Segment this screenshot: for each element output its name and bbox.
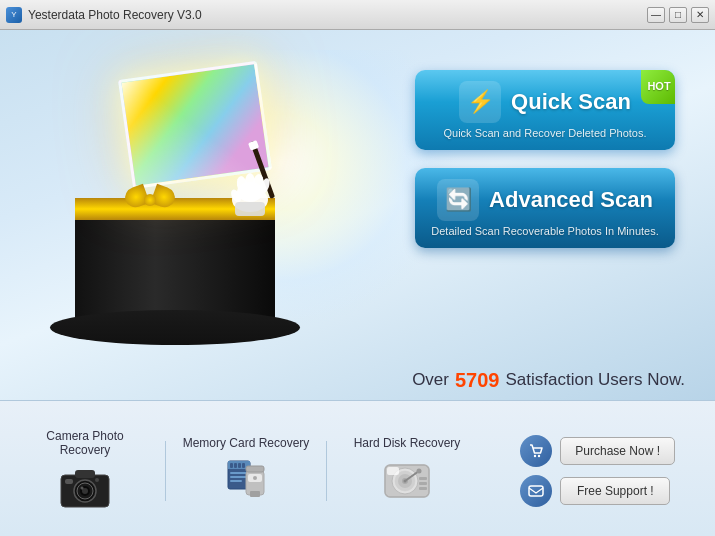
quick-scan-title: Quick Scan (511, 89, 631, 115)
stats-bar: Over 5709 Satisfaction Users Now. (0, 360, 715, 400)
svg-rect-43 (419, 482, 427, 485)
advanced-scan-title: Advanced Scan (489, 187, 653, 213)
svg-rect-27 (230, 480, 242, 482)
app-icon: Y (6, 7, 22, 23)
svg-rect-18 (65, 479, 73, 484)
title-bar-controls: — □ ✕ (647, 7, 709, 23)
svg-point-17 (95, 478, 99, 482)
bottom-bar: Camera Photo Recovery Memory Card Recove… (0, 400, 715, 536)
glove-right (230, 140, 290, 220)
advanced-scan-icon: 🔄 (437, 179, 479, 221)
hat-brim (50, 310, 300, 345)
svg-rect-42 (419, 477, 427, 480)
svg-rect-44 (419, 487, 427, 490)
maximize-button[interactable]: □ (669, 7, 687, 23)
minimize-button[interactable]: — (647, 7, 665, 23)
svg-rect-45 (387, 467, 399, 475)
svg-rect-21 (230, 463, 233, 468)
camera-icon (58, 463, 113, 513)
main-area: HOT ⚡ Quick Scan Quick Scan and Recover … (0, 30, 715, 400)
support-icon (520, 475, 552, 507)
hat-scene (45, 60, 325, 360)
svg-rect-23 (238, 463, 241, 468)
support-button[interactable]: Free Support ! (560, 477, 670, 505)
svg-point-16 (81, 487, 84, 490)
quick-scan-icon: ⚡ (459, 81, 501, 123)
feature-memory-label: Memory Card Recovery (183, 436, 310, 450)
feature-camera-label: Camera Photo Recovery (20, 429, 150, 457)
hdd-icon (380, 456, 435, 506)
svg-rect-9 (235, 202, 265, 216)
svg-rect-22 (234, 463, 237, 468)
feature-hdd-label: Hard Disk Recovery (354, 436, 461, 450)
bottom-features: Camera Photo Recovery Memory Card Recove… (0, 401, 715, 536)
purchase-row: Purchase Now ! (520, 435, 675, 467)
svg-rect-48 (529, 486, 543, 496)
quick-scan-top-row: ⚡ Quick Scan (459, 81, 631, 123)
purchase-button[interactable]: Purchase Now ! (560, 437, 675, 465)
stats-suffix: Satisfaction Users Now. (505, 370, 685, 390)
svg-point-41 (417, 468, 422, 473)
feature-camera: Camera Photo Recovery (20, 429, 150, 513)
support-row: Free Support ! (520, 475, 675, 507)
feature-memory: Memory Card Recovery (181, 436, 311, 506)
window-title: Yesterdata Photo Recovery V3.0 (28, 8, 202, 22)
svg-rect-25 (230, 472, 248, 474)
svg-rect-32 (246, 466, 264, 472)
close-button[interactable]: ✕ (691, 7, 709, 23)
stats-number: 5709 (455, 369, 500, 392)
stats-prefix: Over (412, 370, 449, 390)
quick-scan-subtitle: Quick Scan and Recover Deleted Photos. (443, 127, 646, 139)
divider-1 (165, 441, 166, 501)
svg-rect-24 (242, 463, 245, 468)
title-bar-left: Y Yesterdata Photo Recovery V3.0 (6, 7, 202, 23)
illustration (20, 50, 350, 370)
advanced-scan-top-row: 🔄 Advanced Scan (437, 179, 653, 221)
quick-scan-button[interactable]: HOT ⚡ Quick Scan Quick Scan and Recover … (415, 70, 675, 150)
svg-point-47 (538, 454, 540, 456)
divider-2 (326, 441, 327, 501)
purchase-area: Purchase Now ! Free Support ! (520, 435, 695, 507)
advanced-scan-button[interactable]: 🔄 Advanced Scan Detailed Scan Recoverabl… (415, 168, 675, 248)
hot-badge: HOT (641, 70, 675, 104)
feature-hdd: Hard Disk Recovery (342, 436, 472, 506)
memcard-icon (219, 456, 274, 506)
advanced-scan-subtitle: Detailed Scan Recoverable Photos In Minu… (431, 225, 658, 237)
svg-rect-11 (75, 470, 95, 478)
svg-point-46 (534, 454, 536, 456)
hat-bow (125, 185, 175, 215)
buttons-area: HOT ⚡ Quick Scan Quick Scan and Recover … (415, 70, 695, 248)
svg-rect-29 (250, 491, 260, 497)
title-bar: Y Yesterdata Photo Recovery V3.0 — □ ✕ (0, 0, 715, 30)
svg-rect-26 (230, 476, 248, 478)
svg-point-31 (253, 476, 257, 480)
purchase-icon (520, 435, 552, 467)
